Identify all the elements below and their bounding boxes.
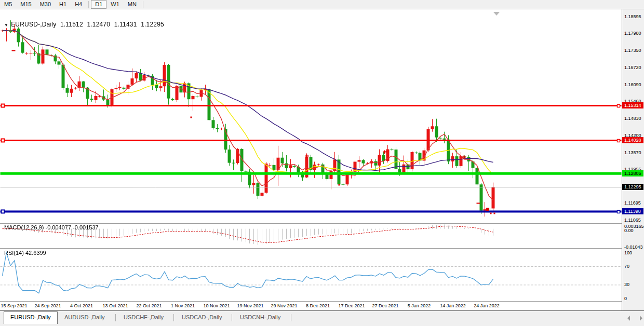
timeframe-m15[interactable]: M15 [16,0,35,9]
tab-usdcad-daily[interactable]: USDCAD-,Daily [176,312,229,323]
timeframe-m30[interactable]: M30 [36,0,55,9]
date-axis-label: 5 Jan 2022 [408,303,431,308]
mt4-window: M5 M15 M30 H1 H4 D1 W1 MN ▼EURUSD-,Daily… [0,0,644,326]
date-axis-label: 24 Sep 2021 [34,303,61,308]
rsi-scale-label: 0 [624,296,627,301]
date-axis-label: 4 Oct 2021 [70,303,93,308]
price-badge-support-green: 1.12805 [622,170,643,176]
price-badge-support-blue: 1.11398 [622,208,643,214]
timeframe-d1[interactable]: D1 [91,0,106,9]
tab-audusd-daily[interactable]: AUDUSD-,Daily [58,312,111,323]
tab-usdchf-daily[interactable]: USDCHF-,Daily [117,312,170,323]
toolbar-separator [143,1,143,8]
price-axis-divider [622,9,622,310]
tab-divider [232,314,232,321]
rsi-scale-label: 70 [624,264,629,269]
date-axis-label: 14 Jan 2022 [440,303,466,308]
timeframe-h1[interactable]: H1 [55,0,71,9]
date-axis-label: 1 Nov 2021 [171,303,195,308]
chart-shift-marker-icon[interactable] [493,12,500,16]
price-axis-label: 1.11695 [624,200,641,206]
timeframe-toolbar: M5 M15 M30 H1 H4 D1 W1 MN [0,0,644,9]
rsi-scale-label: 30 [624,282,629,287]
chart-tab-bar: EURUSD-,Daily AUDUSD-,Daily USDCHF-,Dail… [0,310,644,326]
price-axis-label: 1.16720 [624,65,641,70]
macd-signal-value: -0.001537 [73,224,99,230]
date-axis[interactable]: 15 Sep 202124 Sep 20214 Oct 202113 Oct 2… [0,302,622,310]
date-axis-label: 22 Oct 2021 [136,303,162,308]
tab-divider [173,314,174,321]
quote-high: 1.12470 [87,21,110,28]
panel-separator-rsi[interactable] [0,248,644,249]
panel-separator-macd[interactable] [0,223,644,224]
rsi-indicator-label: RSI(14) 42.6399 [4,250,46,256]
price-badge-current-bid: 1.12295 [622,184,643,190]
toolbar-separator [88,1,89,8]
rsi-scale-label: 100 [624,250,632,255]
tab-divider [115,314,116,321]
timeframe-h4[interactable]: H4 [71,0,86,9]
chart-window: ▼EURUSD-,Daily 1.11512 1.12470 1.11431 1… [0,9,644,310]
price-axis-label: 1.17350 [624,48,641,53]
price-badge-resistance-2: 1.14028 [622,137,643,143]
price-axis-label: 1.16090 [624,82,641,87]
date-axis-label: 24 Jan 2022 [474,303,500,308]
macd-main-value: -0.004077 [45,224,71,230]
quote-close: 1.12295 [141,21,164,28]
rsi-value: 42.6399 [25,250,46,256]
price-badge-resistance-1: 1.15314 [622,102,643,108]
date-axis-label: 27 Dec 2021 [372,303,398,308]
date-axis-label: 29 Nov 2021 [271,303,297,308]
price-axis-label: 1.13570 [624,150,641,155]
date-axis-label: 17 Dec 2021 [338,303,365,308]
date-axis-label: 13 Oct 2021 [102,303,128,308]
price-axis-label: 1.14830 [624,116,641,121]
price-chart-canvas[interactable] [0,9,622,310]
chart-symbol-period: EURUSD-,Daily [11,21,56,28]
date-axis-label: 15 Sep 2021 [1,303,27,308]
price-axis[interactable]: 1.185951.179801.173501.167201.160901.154… [622,9,644,310]
date-axis-label: 8 Dec 2021 [306,303,330,308]
quote-open: 1.11512 [60,21,83,28]
tab-eurusd-daily[interactable]: EURUSD-,Daily [4,311,58,324]
timeframe-mn[interactable]: MN [124,0,141,9]
macd-indicator-label: MACD(12,26,9) -0.004077 -0.001537 [4,224,99,230]
chart-title: ▼EURUSD-,Daily 1.11512 1.12470 1.11431 1… [4,21,166,28]
timeframe-w1[interactable]: W1 [106,0,124,9]
tab-divider [291,314,291,321]
date-axis-label: 10 Nov 2021 [203,303,230,308]
chevron-down-icon[interactable]: ▼ [4,23,8,28]
date-axis-label: 19 Nov 2021 [237,303,263,308]
macd-scale-label: 0.00 [624,228,634,233]
price-axis-label: 1.17980 [624,31,641,36]
tab-scroll-right-icon[interactable] [640,316,642,321]
price-axis-label: 1.18595 [624,14,641,19]
tab-usdcnh-daily[interactable]: USDCNH-,Daily [234,312,287,323]
price-axis-label: 1.11065 [624,218,641,223]
macd-scale-label: -0.01043 [624,244,643,250]
tab-scroll-left-icon[interactable] [627,316,630,321]
quote-low: 1.11431 [114,21,137,28]
timeframe-m5[interactable]: M5 [0,0,16,9]
